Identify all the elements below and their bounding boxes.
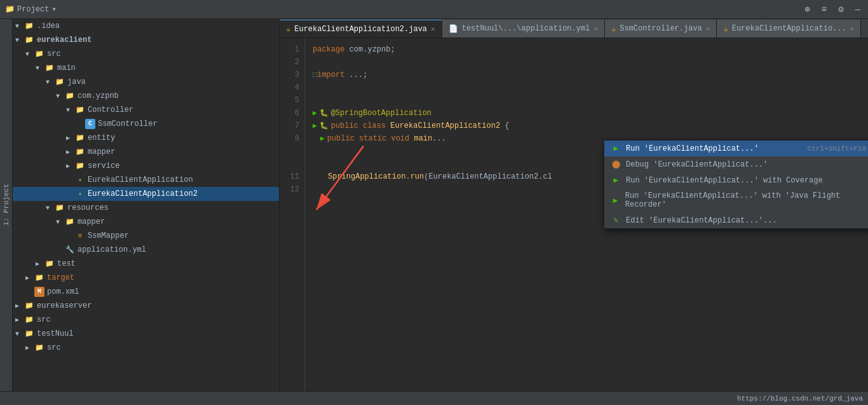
tree-item-label: com.yzpnb — [78, 92, 119, 100]
tree-item-icon: M — [34, 287, 44, 297]
tree-item-icon: 📁 — [65, 91, 75, 101]
tree-arrow-icon: ▼ — [25, 51, 34, 58]
run-flight-label: Run 'EurekaClientApplicat...' with 'Java… — [625, 191, 866, 209]
tree-item[interactable]: ▶📁service — [13, 159, 279, 173]
tree-item[interactable]: ▼📁java — [13, 75, 279, 89]
context-menu-run-coverage[interactable]: ▶ Run 'EurekaClientApplicat...' with Cov… — [604, 172, 868, 188]
tab-eurekaclientapp2[interactable]: ☕ EurekaClientApplication2.java ✕ — [280, 20, 442, 38]
tree-item-label: main — [57, 64, 76, 72]
tree-item-icon: ≡ — [75, 231, 85, 241]
tree-item-label: EurekaClientApplication — [88, 175, 193, 184]
tree-item-icon: 📁 — [44, 63, 55, 73]
tab-application-yml[interactable]: 📄 testNuul\...\application.yml ✕ — [442, 20, 605, 38]
run-icon: ▶ — [611, 144, 621, 153]
tree-item-label: java — [67, 78, 86, 86]
tree-item[interactable]: ≡SsmMapper — [13, 229, 279, 243]
run-shortcut: Ctrl+Shift+F10 — [808, 145, 866, 153]
tab-label-2: SsmController.java — [620, 24, 702, 33]
side-label-text: 1: Project — [3, 184, 10, 226]
tree-item-icon: 📁 — [24, 35, 34, 45]
line-numbers: 1 2 3 4 5 6 7 8 11 12 — [280, 38, 305, 391]
tree-item-label: testNuul — [37, 329, 74, 338]
tree-item[interactable]: ▼📁resources — [13, 201, 279, 215]
tree-item-label: entity — [88, 134, 115, 142]
tree-item[interactable]: ▶📁mapper — [13, 145, 279, 159]
tree-item-icon: 📁 — [24, 315, 34, 325]
tree-arrow-icon: ▼ — [15, 37, 24, 44]
tree-item-label: eurekaclient — [37, 36, 92, 45]
tree-item-label: mapper — [78, 217, 105, 226]
tree-arrow-icon: ▼ — [46, 205, 55, 212]
tree-item[interactable]: ▶📁src — [13, 313, 279, 327]
tree-item-label: test — [57, 259, 76, 268]
debug-label: Debug 'EurekaClientApplicat...' — [626, 160, 768, 169]
tree-item[interactable]: ▼📁com.yzpnb — [13, 89, 279, 103]
context-menu-debug[interactable]: ⬤ Debug 'EurekaClientApplicat...' — [604, 156, 868, 172]
tree-arrow-icon: ▼ — [36, 65, 44, 72]
context-menu-run[interactable]: ▶ Run 'EurekaClientApplicat...' Ctrl+Shi… — [604, 141, 868, 156]
tree-item-label: .idea — [37, 22, 60, 31]
tree-arrow-icon: ▼ — [56, 93, 65, 100]
tree-item[interactable]: ▼📁mapper — [13, 215, 279, 229]
tree-item[interactable]: ▼📁Controller — [13, 103, 279, 117]
tree-item[interactable]: ▶📁target — [13, 271, 279, 285]
tab-eurekaclientapp[interactable]: ☕ EurekaClientApplicatio... ✕ — [717, 20, 861, 38]
code-line-7: ▶🐛public class EurekaClientApplication2 … — [313, 120, 868, 132]
tree-item-icon: 📁 — [24, 21, 34, 31]
tab-close-3[interactable]: ✕ — [850, 25, 855, 33]
editor-content[interactable]: 1 2 3 4 5 6 7 8 11 12 package com.yzpnb; — [280, 38, 868, 391]
tree-item[interactable]: ▶📁src — [13, 341, 279, 355]
tree-item-label: resources — [67, 203, 109, 212]
tree-item[interactable]: 🔧application.yml — [13, 243, 279, 257]
tree-arrow-icon: ▶ — [15, 302, 24, 310]
tree-item[interactable]: CSsmController — [13, 117, 279, 131]
tree-item[interactable]: ✦EurekaClientApplication2 — [13, 187, 279, 201]
edit-label: Edit 'EurekaClientApplicat...'... — [626, 216, 777, 225]
editor-tabs: ☕ EurekaClientApplication2.java ✕ 📄 test… — [280, 19, 868, 38]
tree-arrow-icon: ▶ — [15, 316, 24, 324]
tree-item-icon: 📁 — [24, 329, 34, 339]
tree-arrow-icon: ▼ — [46, 79, 55, 86]
tab-close-1[interactable]: ✕ — [593, 25, 598, 33]
tree-item-label: pom.xml — [47, 287, 79, 296]
tree-item[interactable]: ▼📁eurekaclient — [13, 33, 279, 47]
tree-item[interactable]: Mpom.xml — [13, 285, 279, 299]
folder-icon: 📁 — [5, 4, 15, 14]
tab-close-2[interactable]: ✕ — [706, 25, 710, 33]
tab-java-icon-3: ☕ — [723, 24, 728, 34]
tree-item[interactable]: ▼📁.idea — [13, 19, 279, 33]
tree-item-icon: 📁 — [65, 217, 75, 227]
context-menu-run-flight[interactable]: ▶ Run 'EurekaClientApplicat...' with 'Ja… — [604, 188, 868, 212]
tab-ssmcontroller[interactable]: ☕ SsmController.java ✕ — [605, 20, 717, 38]
toolbar-icons: ⊕ ≡ ⚙ — — [802, 3, 863, 16]
tab-label-3: EurekaClientApplicatio... — [732, 24, 846, 33]
tree-arrow-icon: ▶ — [25, 274, 34, 282]
structure-icon[interactable]: ≡ — [819, 3, 829, 16]
tree-item-icon: 🔧 — [65, 245, 75, 255]
tab-close-0[interactable]: ✕ — [431, 25, 435, 33]
code-line-6: ▶🐛@SpringBootApplication — [313, 107, 868, 120]
tree-item-label: SsmMapper — [88, 231, 129, 240]
tree-item[interactable]: ✦EurekaClientApplication — [13, 173, 279, 187]
tree-item[interactable]: ▼📁src — [13, 47, 279, 61]
tree-item-label: mapper — [88, 148, 115, 156]
settings-icon[interactable]: ⚙ — [836, 3, 846, 16]
context-menu-edit[interactable]: ✎ Edit 'EurekaClientApplicat...'... — [604, 212, 868, 228]
tree-item[interactable]: ▶📁entity — [13, 131, 279, 145]
run-flight-icon: ▶ — [611, 196, 620, 205]
editor-area: ☕ EurekaClientApplication2.java ✕ 📄 test… — [280, 19, 868, 391]
dropdown-icon[interactable]: ▾ — [51, 4, 56, 14]
tree-item[interactable]: ▶📁eurekaserver — [13, 299, 279, 313]
edit-icon: ✎ — [611, 216, 621, 225]
tree-item[interactable]: ▼📁testNuul — [13, 327, 279, 341]
tree-item-icon: ✦ — [75, 189, 85, 199]
minimize-icon[interactable]: — — [853, 3, 863, 16]
tree-item[interactable]: ▶📁test — [13, 257, 279, 271]
tree-item-label: application.yml — [78, 245, 146, 254]
tree-arrow-icon: ▶ — [36, 260, 44, 268]
tree-item-icon: 📁 — [34, 49, 44, 59]
run-label: Run 'EurekaClientApplicat...' — [626, 144, 759, 153]
sync-icon[interactable]: ⊕ — [802, 3, 812, 16]
tree-item-icon: 📁 — [75, 161, 85, 171]
tree-item[interactable]: ▼📁main — [13, 61, 279, 75]
